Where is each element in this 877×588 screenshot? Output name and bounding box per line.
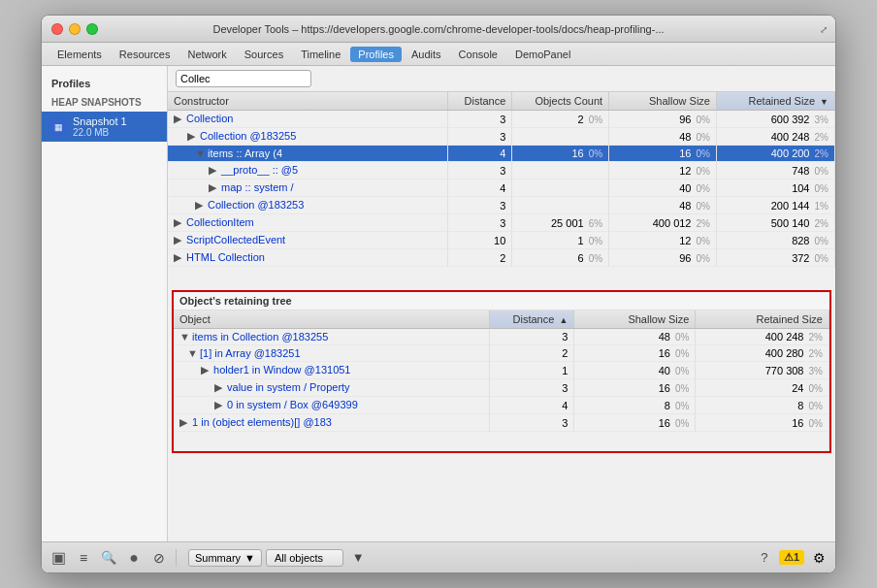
- heap-data-table: Constructor Distance Objects Count Shall…: [168, 92, 835, 267]
- traffic-lights: [51, 23, 98, 35]
- expand-icon[interactable]: ▶: [209, 181, 218, 194]
- stop-icon: ⊘: [153, 550, 165, 566]
- maximize-button[interactable]: [86, 23, 98, 35]
- row-objects: [512, 180, 609, 197]
- menu-console[interactable]: Console: [451, 47, 505, 62]
- warning-badge[interactable]: ⚠1: [779, 550, 804, 565]
- expand-icon[interactable]: ▶: [214, 399, 224, 411]
- search-icon: 🔍: [101, 550, 116, 565]
- menu-sources[interactable]: Sources: [237, 47, 291, 62]
- expand-icon[interactable]: ▶: [209, 164, 218, 177]
- ret-row-object: ▶ value in system / Property: [174, 379, 489, 397]
- content-area: Constructor Distance Objects Count Shall…: [168, 66, 835, 541]
- row-retained: 104 0%: [717, 180, 835, 197]
- expand-icon[interactable]: ▶: [187, 130, 197, 143]
- record-button[interactable]: ▣: [48, 548, 69, 568]
- all-objects-dropdown[interactable]: All objects: [266, 549, 343, 567]
- table-row[interactable]: ▶ CollectionItem 3 25 001 6% 400 012 2% …: [168, 214, 835, 232]
- expand-icon[interactable]: ▶: [174, 234, 183, 246]
- expand-icon[interactable]: ▶: [214, 381, 224, 394]
- table-row[interactable]: ▼ items :: Array (4 4 16 0% 16 0% 400 20…: [168, 146, 835, 162]
- expand-icon[interactable]: ▶: [174, 251, 183, 264]
- ret-row-shallow: 40 0%: [574, 362, 696, 379]
- table-row[interactable]: ▼ items in Collection @183255 3 48 0% 40…: [174, 329, 829, 345]
- row-constructor: ▶ __proto__ :: @5: [168, 162, 447, 180]
- row-retained: 400 248 2%: [717, 128, 835, 146]
- filter-input[interactable]: [176, 70, 311, 87]
- record-icon: ▣: [51, 548, 66, 567]
- sidebar-item-snapshot1[interactable]: ▦ Snapshot 1 22.0 MB: [42, 112, 167, 142]
- expand-icon[interactable]: ▼: [179, 331, 189, 343]
- expand-icon[interactable]: ▶: [179, 416, 189, 429]
- minimize-button[interactable]: [69, 23, 81, 35]
- col-header-distance[interactable]: Distance: [447, 92, 512, 111]
- col-header-constructor: Constructor: [168, 92, 447, 111]
- help-button[interactable]: ?: [754, 548, 775, 568]
- settings-button[interactable]: ⚙: [808, 548, 829, 568]
- callstack-button[interactable]: ≡: [73, 548, 94, 568]
- menu-elements[interactable]: Elements: [49, 47, 110, 62]
- close-button[interactable]: [51, 23, 63, 35]
- row-objects: [512, 128, 609, 146]
- record2-button[interactable]: ●: [123, 548, 145, 568]
- ret-col-retained[interactable]: Retained Size: [696, 310, 829, 329]
- row-distance: 3: [447, 214, 512, 232]
- row-objects: 6 0%: [512, 249, 609, 267]
- col-header-shallow[interactable]: Shallow Size: [609, 92, 717, 111]
- expand-icon[interactable]: ▶: [201, 364, 211, 376]
- table-row[interactable]: ▶ ScriptCollectedEvent 10 1 0% 12 0% 828…: [168, 232, 835, 249]
- dot-icon: ●: [129, 549, 139, 567]
- row-shallow: 96 0%: [609, 249, 717, 267]
- menu-resources[interactable]: Resources: [112, 47, 179, 62]
- table-row[interactable]: ▶ 1 in (object elements)[] @183 3 16 0% …: [174, 414, 829, 432]
- expand-icon[interactable]: ▶: [174, 113, 183, 125]
- ret-col-shallow[interactable]: Shallow Size: [574, 310, 696, 329]
- row-retained: 500 140 2%: [717, 214, 835, 232]
- menu-timeline[interactable]: Timeline: [293, 47, 348, 62]
- expand-icon[interactable]: ▶: [174, 216, 183, 229]
- menu-audits[interactable]: Audits: [404, 47, 449, 62]
- expand-icon[interactable]: ▶: [195, 199, 205, 212]
- row-constructor: ▶ Collection @183253: [168, 197, 447, 214]
- table-row[interactable]: ▶ Collection @183253 3 48 0% 200 144 1%: [168, 197, 835, 214]
- menu-demopanel[interactable]: DemoPanel: [507, 47, 578, 62]
- row-objects: [512, 162, 609, 180]
- table-row[interactable]: ▶ map :: system / 4 40 0% 104 0%: [168, 180, 835, 197]
- expand-icon[interactable]: ▼: [195, 147, 205, 159]
- ret-row-distance: 1: [489, 362, 574, 379]
- expand-icon[interactable]: ▼: [187, 347, 197, 359]
- table-row[interactable]: ▶ __proto__ :: @5 3 12 0% 748 0%: [168, 162, 835, 180]
- ret-row-distance: 3: [489, 379, 574, 397]
- col-header-retained[interactable]: Retained Size ▼: [717, 92, 835, 111]
- ret-row-retained: 24 0%: [696, 379, 829, 397]
- ret-col-distance[interactable]: Distance ▲: [489, 310, 574, 329]
- menu-network[interactable]: Network: [179, 47, 234, 62]
- dropdown-arrow-icon: ▼: [244, 552, 255, 564]
- col-header-objects[interactable]: Objects Count: [512, 92, 609, 111]
- menu-profiles[interactable]: Profiles: [350, 47, 402, 62]
- row-shallow: 400 012 2%: [609, 214, 717, 232]
- table-row[interactable]: ▶ HTML Collection 2 6 0% 96 0% 372 0%: [168, 249, 835, 267]
- table-row[interactable]: ▶ value in system / Property 3 16 0% 24 …: [174, 379, 829, 397]
- search-button[interactable]: 🔍: [98, 548, 119, 568]
- sidebar-title: Profiles: [42, 74, 167, 93]
- row-constructor: ▶ ScriptCollectedEvent: [168, 232, 447, 249]
- row-distance: 3: [447, 111, 512, 128]
- table-row[interactable]: ▼ [1] in Array @183251 2 16 0% 400 280 2…: [174, 345, 829, 362]
- retaining-tree-section: Object's retaining tree Object Distance …: [172, 290, 831, 453]
- all-objects-arrow[interactable]: ▼: [347, 548, 369, 568]
- row-shallow: 12 0%: [609, 232, 717, 249]
- snapshot-label: Snapshot 1: [73, 115, 127, 127]
- table-row[interactable]: ▶ holder1 in Window @131051 1 40 0% 770 …: [174, 362, 829, 379]
- summary-dropdown[interactable]: Summary ▼: [188, 549, 262, 567]
- table-row[interactable]: ▶ Collection 3 2 0% 96 0% 600 392 3%: [168, 111, 835, 128]
- table-row[interactable]: ▶ Collection @183255 3 48 0% 400 248 2%: [168, 128, 835, 146]
- row-objects: 25 001 6%: [512, 214, 609, 232]
- ret-row-object: ▼ items in Collection @183255: [174, 329, 489, 345]
- stop-button[interactable]: ⊘: [148, 548, 170, 568]
- row-distance: 3: [447, 197, 512, 214]
- row-retained: 372 0%: [717, 249, 835, 267]
- sidebar: Profiles HEAP SNAPSHOTS ▦ Snapshot 1 22.…: [42, 66, 168, 541]
- callstack-icon: ≡: [80, 550, 87, 566]
- table-row[interactable]: ▶ 0 in system / Box @649399 4 8 0% 8 0%: [174, 397, 829, 414]
